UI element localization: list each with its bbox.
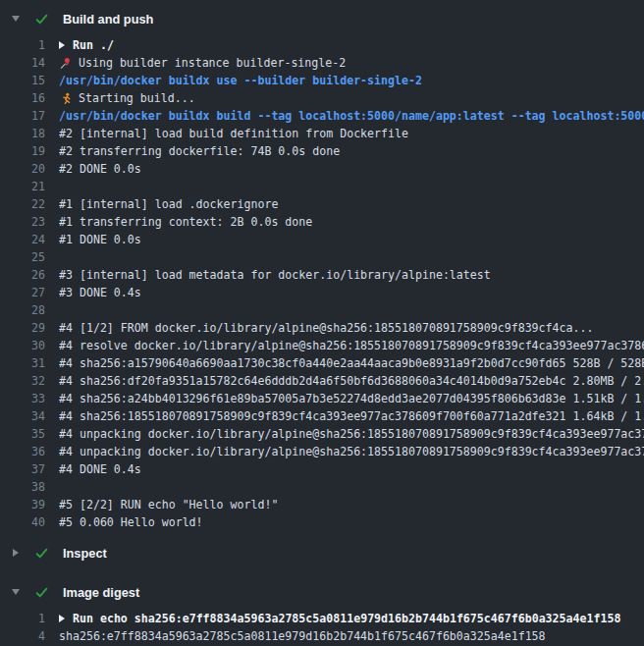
line-number[interactable]: 31 [0, 354, 45, 372]
log-line-content: #5 0.060 Hello world! [59, 513, 644, 531]
log-line: 18#2 [internal] load build definition fr… [0, 125, 644, 142]
log-line: 22#1 [internal] load .dockerignore [0, 195, 644, 213]
line-text: Using builder instance builder-single-2 [79, 54, 346, 72]
line-number[interactable]: 23 [0, 213, 45, 231]
check-icon [33, 584, 49, 600]
log-line-content [59, 178, 644, 195]
line-text: #4 sha256:a24bb4013296f61e89ba57005a7b3e… [59, 390, 644, 407]
log-line: 29#4 [1/2] FROM docker.io/library/alpine… [0, 319, 644, 337]
line-number[interactable]: 38 [0, 478, 45, 496]
section-title: Build and push [63, 12, 153, 27]
chevron-down-icon[interactable] [10, 16, 22, 22]
log-line-content: #1 DONE 0.0s [59, 231, 644, 248]
line-text: #4 DONE 0.4s [59, 460, 141, 478]
line-number[interactable]: 40 [0, 513, 45, 531]
line-text: Run ./ [73, 36, 114, 54]
line-number[interactable]: 24 [0, 231, 45, 248]
line-text: #1 transferring context: 2B 0.0s done [59, 213, 312, 231]
log-line-content [59, 478, 644, 496]
log-line: 24#1 DONE 0.0s [0, 231, 644, 248]
line-number[interactable]: 28 [0, 301, 45, 319]
log-line: 35#4 unpacking docker.io/library/alpine@… [0, 425, 644, 443]
log-line: 27#3 DONE 0.4s [0, 284, 644, 301]
line-text: #4 [1/2] FROM docker.io/library/alpine@s… [59, 319, 593, 337]
line-text: #4 unpacking docker.io/library/alpine@sh… [59, 443, 644, 460]
log-line: 26#3 [internal] load metadata for docker… [0, 266, 644, 284]
line-number[interactable]: 4 [0, 627, 45, 645]
run-toggle-icon[interactable] [59, 615, 65, 622]
line-number[interactable]: 30 [0, 337, 45, 354]
line-number[interactable]: 27 [0, 284, 45, 301]
line-text: #2 DONE 0.0s [59, 160, 141, 178]
log-line: 40#5 0.060 Hello world! [0, 513, 644, 531]
line-text: Starting build... [79, 89, 195, 107]
log-line-content: /usr/bin/docker buildx use --builder bui… [59, 72, 644, 89]
log-line-content: #4 [1/2] FROM docker.io/library/alpine@s… [59, 319, 644, 337]
section-header-image-digest[interactable]: Image digest [0, 578, 644, 606]
line-number[interactable]: 17 [0, 107, 45, 125]
log-line-content: #4 DONE 0.4s [59, 460, 644, 478]
log-line-content: Starting build... [59, 89, 644, 107]
section-log-body: 1Run ./14Using builder instance builder-… [0, 32, 644, 535]
log-line: 39#5 [2/2] RUN echo "Hello world!" [0, 496, 644, 513]
line-number[interactable]: 33 [0, 390, 45, 407]
chevron-right-icon[interactable] [10, 549, 22, 557]
line-number[interactable]: 20 [0, 160, 45, 178]
chevron-down-icon[interactable] [10, 589, 22, 595]
run-toggle-icon[interactable] [59, 41, 65, 49]
line-number[interactable]: 21 [0, 178, 45, 195]
log-line-content: Run echo sha256:e7ff8834a5963a2785c5a081… [59, 610, 644, 627]
log-section-inspect: Inspect [0, 539, 644, 566]
line-text: #4 sha256:a15790640a6690aa1730c38cf0a440… [59, 354, 644, 372]
log-line: 4sha256:e7ff8834a5963a2785c5a0811e979d16… [0, 627, 644, 645]
log-line-content: #2 transferring dockerfile: 74B 0.0s don… [59, 142, 644, 160]
line-text: #3 [internal] load metadata for docker.i… [59, 266, 491, 284]
log-section-build-and-push: Build and push1Run ./14Using builder ins… [0, 5, 644, 535]
line-number[interactable]: 22 [0, 195, 45, 213]
log-line-content: sha256:e7ff8834a5963a2785c5a0811e979d16b… [59, 627, 644, 645]
log-section-image-digest: Image digest1Run echo sha256:e7ff8834a59… [0, 578, 644, 646]
log-line: 1Run echo sha256:e7ff8834a5963a2785c5a08… [0, 610, 644, 627]
log-line: 19#2 transferring dockerfile: 74B 0.0s d… [0, 142, 644, 160]
log-line-content: #4 sha256:df20fa9351a15782c64e6dddb2d4a6… [59, 372, 644, 390]
line-text: Run echo sha256:e7ff8834a5963a2785c5a081… [73, 610, 620, 627]
log-line-content: #3 [internal] load metadata for docker.i… [59, 266, 644, 284]
workflow-log-viewer: Build and push1Run ./14Using builder ins… [0, 0, 644, 646]
line-number[interactable]: 32 [0, 372, 45, 390]
line-number[interactable]: 25 [0, 248, 45, 266]
line-number[interactable]: 37 [0, 460, 45, 478]
log-line-content [59, 248, 644, 266]
line-text: #4 resolve docker.io/library/alpine@sha2… [59, 337, 644, 354]
runner-icon [59, 92, 72, 105]
log-line-content: #4 sha256:185518070891758909c9f839cf4ca3… [59, 407, 644, 425]
log-line-content: Using builder instance builder-single-2 [59, 54, 644, 72]
line-number[interactable]: 16 [0, 89, 45, 107]
line-number[interactable]: 14 [0, 54, 45, 72]
log-line-content: #4 unpacking docker.io/library/alpine@sh… [59, 443, 644, 460]
log-line: 14Using builder instance builder-single-… [0, 54, 644, 72]
pushpin-icon [59, 57, 72, 70]
line-text: #2 [internal] load build definition from… [59, 125, 408, 142]
line-text: #1 DONE 0.0s [59, 231, 141, 248]
line-number[interactable]: 34 [0, 407, 45, 425]
log-line-content: #4 sha256:a15790640a6690aa1730c38cf0a440… [59, 354, 644, 372]
line-number[interactable]: 19 [0, 142, 45, 160]
section-log-body: 1Run echo sha256:e7ff8834a5963a2785c5a08… [0, 606, 644, 646]
line-number[interactable]: 18 [0, 125, 45, 142]
line-number[interactable]: 29 [0, 319, 45, 337]
line-number[interactable]: 15 [0, 72, 45, 89]
line-number[interactable]: 1 [0, 36, 45, 54]
check-icon [33, 11, 49, 27]
line-number[interactable]: 35 [0, 425, 45, 443]
line-number[interactable]: 26 [0, 266, 45, 284]
line-text: #4 sha256:185518070891758909c9f839cf4ca3… [59, 407, 644, 425]
line-number[interactable]: 36 [0, 443, 45, 460]
log-line: 32#4 sha256:df20fa9351a15782c64e6dddb2d4… [0, 372, 644, 390]
line-text: #5 0.060 Hello world! [59, 513, 203, 531]
log-line: 20#2 DONE 0.0s [0, 160, 644, 178]
line-number[interactable]: 39 [0, 496, 45, 513]
section-header-build-and-push[interactable]: Build and push [0, 5, 644, 32]
line-number[interactable]: 1 [0, 610, 45, 627]
check-icon [33, 545, 49, 561]
section-header-inspect[interactable]: Inspect [0, 539, 644, 566]
